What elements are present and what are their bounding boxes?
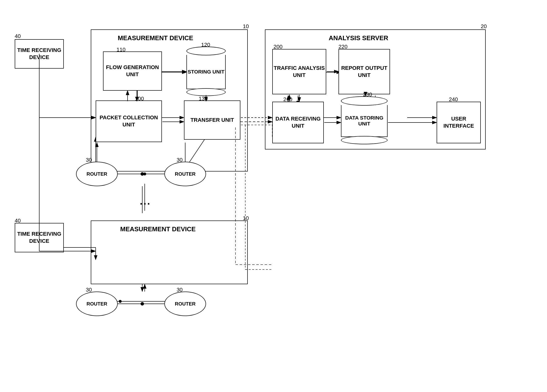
router-bottom-left-ref: 30: [86, 287, 92, 293]
measurement-device-top-ref: 10: [243, 23, 249, 30]
time-receiving-bottom-box: TIME RECEIVING DEVICE: [15, 223, 64, 252]
router-top-left-ref: 30: [86, 157, 92, 163]
time-receiving-top-box: TIME RECEIVING DEVICE: [15, 39, 64, 69]
user-interface-box: USER INTERFACE: [437, 102, 481, 143]
report-output-label: REPORT OUTPUT UNIT: [339, 65, 390, 79]
packet-collection-box: PACKET COLLECTION UNIT: [96, 100, 162, 142]
router-bottom-right: ROUTER: [164, 292, 206, 316]
user-interface-ref: 240: [449, 96, 458, 103]
measurement-device-bottom-label: MEASUREMENT DEVICE: [120, 225, 196, 233]
packet-collection-label: PACKET COLLECTION UNIT: [96, 114, 161, 128]
ellipsis-dots: ···: [140, 198, 151, 209]
transfer-unit-label: TRANSFER UNIT: [190, 117, 234, 124]
time-receiving-bottom-label: TIME RECEIVING DEVICE: [15, 231, 63, 245]
router-top-left: ROUTER: [76, 162, 118, 186]
flow-generation-ref: 110: [117, 47, 126, 53]
router-bottom-left: ROUTER: [76, 292, 118, 316]
report-output-box: REPORT OUTPUT UNIT: [339, 49, 390, 94]
data-receiving-label: DATA RECEIVING UNIT: [273, 115, 323, 129]
svg-point-61: [141, 302, 144, 306]
time-receiving-bottom-ref: 40: [15, 218, 21, 224]
analysis-server-ref: 20: [481, 23, 487, 30]
transfer-unit-box: TRANSFER UNIT: [184, 100, 240, 140]
router-bottom-right-label: ROUTER: [175, 301, 195, 307]
router-bottom-left-label: ROUTER: [87, 301, 107, 307]
svg-point-54: [141, 172, 144, 176]
report-output-ref: 220: [339, 44, 348, 50]
transfer-unit-ref: 130: [199, 96, 208, 102]
flow-generation-box: FLOW GENERATION UNIT: [103, 51, 162, 91]
user-interface-label: USER INTERFACE: [437, 115, 480, 129]
svg-point-11: [143, 172, 146, 175]
router-bottom-right-ref: 30: [177, 287, 182, 293]
traffic-analysis-ref: 200: [274, 44, 283, 50]
time-receiving-top-ref: 40: [15, 33, 21, 39]
measurement-device-top-label: MEASUREMENT DEVICE: [118, 34, 193, 42]
router-top-right-ref: 30: [177, 157, 182, 163]
time-receiving-top-label: TIME RECEIVING DEVICE: [15, 47, 63, 61]
data-receiving-box: DATA RECEIVING UNIT: [272, 102, 324, 143]
router-top-left-label: ROUTER: [87, 171, 107, 177]
packet-collection-ref: 100: [135, 96, 144, 102]
data-receiving-ref: 210: [283, 96, 292, 103]
router-top-right: ROUTER: [164, 162, 206, 186]
traffic-analysis-box: TRAFFIC ANALYSIS UNIT: [272, 49, 326, 94]
storing-unit-top: STORING UNIT: [186, 47, 226, 96]
traffic-analysis-label: TRAFFIC ANALYSIS UNIT: [273, 65, 326, 79]
flow-generation-label: FLOW GENERATION UNIT: [104, 64, 161, 78]
analysis-server-label: ANALYSIS SERVER: [329, 34, 388, 42]
svg-point-15: [119, 300, 122, 303]
measurement-device-bottom-ref: 10: [243, 215, 249, 221]
diagram-container: TIME RECEIVING DEVICE 40 10 MEASUREMENT …: [0, 0, 547, 392]
router-top-right-label: ROUTER: [175, 171, 195, 177]
data-storing-unit: DATA STORING UNIT: [341, 96, 388, 144]
